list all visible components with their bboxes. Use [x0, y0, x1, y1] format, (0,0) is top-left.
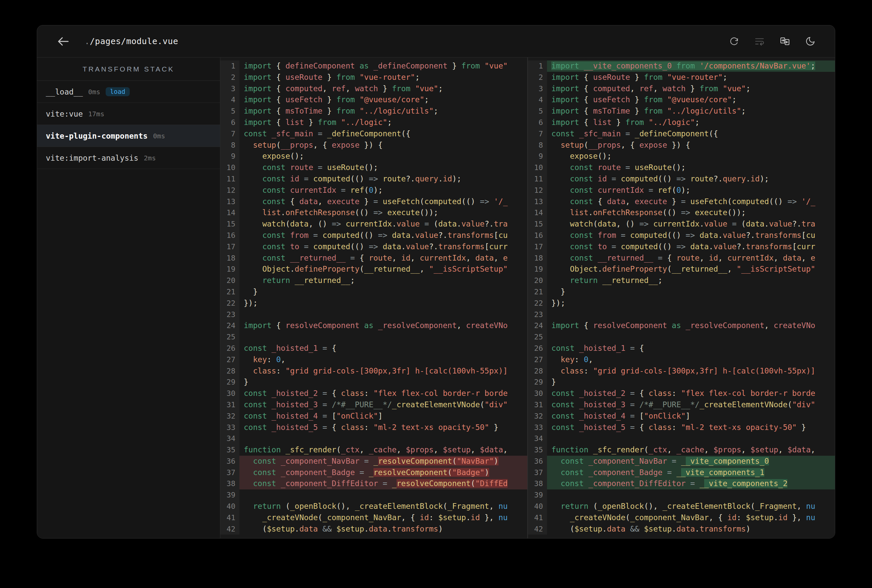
code-token	[551, 479, 561, 488]
code-line: 4import { useFetch } from "@vueuse/core"…	[528, 94, 835, 106]
code-line: 6import { list } from "../logic";	[528, 117, 835, 128]
code-token: =	[359, 468, 364, 477]
code-token: .	[295, 525, 299, 533]
code-token: from	[593, 231, 621, 240]
code-token: to	[286, 242, 304, 251]
code-token: transforms	[755, 231, 801, 240]
plugin-name: __load__	[46, 87, 83, 96]
code-token	[551, 502, 561, 510]
code-token: execute	[327, 197, 359, 206]
code-token: (	[741, 219, 746, 228]
side-by-side-toggle-button[interactable]	[779, 35, 791, 48]
code-token: resolveComponent	[593, 321, 668, 330]
code-token: const	[561, 457, 584, 465]
code-token: _openBlock	[598, 502, 644, 510]
code-line: 2import { useRoute } from "vue-router";	[528, 72, 835, 83]
line-wrap-button[interactable]	[753, 35, 765, 48]
code-text: const _hoisted_2 = { class: "flex flex-c…	[547, 388, 835, 399]
code-token: const	[244, 344, 267, 352]
code-text	[547, 332, 835, 343]
code-token: =	[373, 197, 378, 206]
code-token: ,	[653, 84, 663, 93]
code-token: =	[419, 219, 434, 228]
code-token: _vite_components_2	[704, 479, 788, 488]
line-number: 7	[220, 128, 239, 140]
code-token: }) {	[667, 141, 690, 149]
code-token: _component_NavBar	[322, 513, 401, 522]
code-pane-after[interactable]: 1import __vite_components_0 from '/compo…	[528, 57, 835, 538]
code-token: (()	[355, 208, 373, 217]
line-number: 24	[220, 320, 239, 332]
line-number: 35	[220, 444, 239, 456]
code-token: _component_Badge	[584, 468, 667, 477]
code-token: =>	[378, 231, 388, 240]
line-number: 35	[528, 444, 547, 456]
code-token: expose	[639, 141, 667, 149]
code-token: const	[244, 400, 267, 409]
code-token: =	[382, 479, 387, 488]
code-text: Object.defineProperty(__returned__, "__i…	[239, 264, 527, 275]
code-token: data	[677, 525, 695, 533]
code-token: (()	[658, 174, 677, 183]
plugin-time: 2ms	[144, 154, 156, 162]
code-token	[244, 186, 262, 195]
code-text: const _component_Badge = _resolveCompone…	[239, 467, 527, 478]
code-pane-before[interactable]: 1import { defineComponent as _defineComp…	[220, 57, 528, 538]
back-button[interactable]	[56, 34, 71, 49]
code-token: :	[672, 389, 681, 398]
line-number: 25	[220, 332, 239, 343]
code-token: :	[737, 513, 746, 522]
code-line: 41 _createVNode(_component_NavBar, { id:…	[220, 512, 527, 524]
code-token: "flex flex-col border-r borde	[373, 389, 508, 398]
code-token: from	[462, 62, 480, 70]
code-token: _	[364, 468, 373, 477]
code-text: ($setup.data && $setup.data.transforms)	[547, 524, 835, 535]
code-token: $props	[714, 446, 741, 454]
code-token: import	[244, 73, 272, 81]
line-number: 42	[220, 524, 239, 535]
sidebar-item-vite-plugin-components[interactable]: vite-plugin-components 0ms	[37, 125, 220, 147]
code-line: 27 key: 0,	[528, 354, 835, 366]
code-token: }	[359, 197, 373, 206]
code-token: =	[304, 174, 308, 183]
code-token: useFetch	[686, 197, 728, 206]
code-text: import { computed, ref, watch } from "vu…	[239, 83, 527, 94]
code-token: .	[364, 525, 369, 533]
code-token: expose	[570, 152, 597, 160]
refresh-button[interactable]	[728, 35, 740, 48]
sidebar-item-load[interactable]: __load__ 0ms load	[37, 81, 220, 103]
code-token: route	[378, 174, 406, 183]
code-token: class	[649, 389, 672, 398]
code-token: data	[378, 242, 401, 251]
code-token: }	[322, 73, 336, 81]
code-token: },	[480, 513, 498, 522]
code-token: (()	[658, 242, 677, 251]
code-text	[547, 309, 835, 320]
code-token: from	[625, 118, 644, 127]
dark-mode-toggle-button[interactable]	[804, 35, 816, 48]
code-token	[244, 265, 262, 273]
code-token: transforms	[699, 525, 746, 533]
code-token: "../logic/utils"	[662, 106, 741, 115]
sidebar-item-vite-import-analysis[interactable]: vite:import-analysis 2ms	[37, 147, 220, 169]
code-token: _hoisted_4	[267, 412, 322, 420]
code-line: 25	[528, 332, 835, 343]
code-line: 29}	[528, 376, 835, 388]
code-token: {	[327, 389, 341, 398]
code-token: =	[322, 344, 327, 352]
code-token: _component_Badge	[276, 468, 359, 477]
transform-stack-sidebar: TRANSFORM STACK __load__ 0ms load vite:v…	[37, 57, 220, 538]
code-line: 25	[220, 332, 527, 343]
code-token: {	[593, 197, 607, 206]
code-token: const	[262, 231, 285, 240]
code-line: 22});	[220, 298, 527, 309]
code-token: cu	[499, 231, 508, 240]
code-token: useFetch	[378, 197, 420, 206]
code-token: key	[253, 355, 267, 364]
code-text: });	[547, 298, 835, 309]
sidebar-item-vite-vue[interactable]: vite:vue 17ms	[37, 103, 220, 125]
code-token: $setup	[438, 513, 466, 522]
code-token: const	[244, 412, 267, 420]
code-text: const _component_DiffEditor = _resolveCo…	[239, 478, 527, 489]
side-by-side-diff-icon	[780, 36, 790, 46]
